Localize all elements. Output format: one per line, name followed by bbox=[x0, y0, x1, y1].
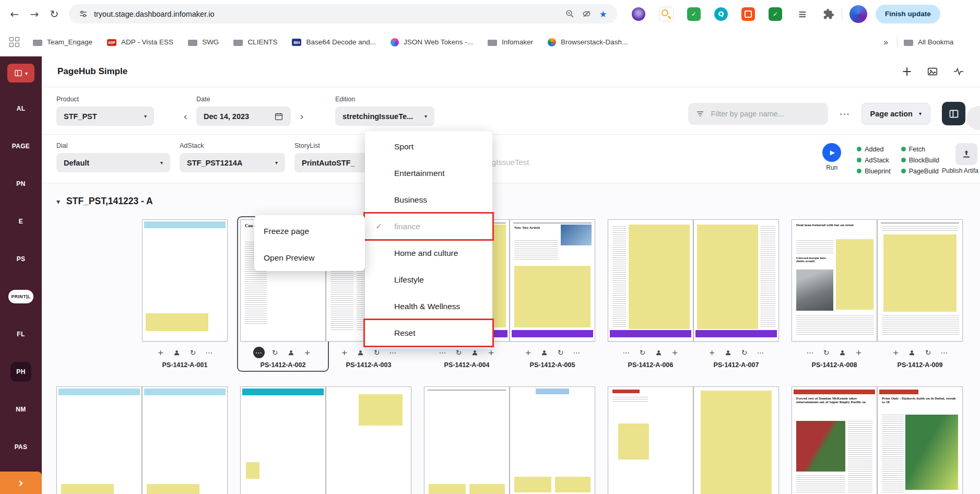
plus-icon[interactable]: + bbox=[302, 347, 313, 358]
page-card[interactable]: +↻⋯PS-1412-A-009 bbox=[877, 219, 963, 369]
plus-icon[interactable]: + bbox=[853, 347, 865, 358]
ext-check[interactable] bbox=[687, 7, 701, 21]
person-icon[interactable] bbox=[653, 347, 665, 358]
bookmark-item[interactable]: JSON Web Tokens -... bbox=[391, 38, 473, 46]
person-icon[interactable] bbox=[906, 347, 918, 358]
page-card[interactable]: Deaf man battered with bat on streetLinw… bbox=[792, 219, 877, 369]
bookmarks-overflow-icon[interactable]: » bbox=[883, 37, 889, 48]
sidebar-item[interactable]: AL bbox=[0, 90, 42, 127]
eye-off-icon[interactable] bbox=[581, 8, 592, 20]
page-thumbnail[interactable]: New Test Article bbox=[510, 219, 595, 342]
page-thumbnail[interactable] bbox=[693, 219, 779, 342]
adstack-select[interactable]: STF_PST1214A ▾ bbox=[180, 153, 285, 172]
image-icon[interactable] bbox=[927, 66, 938, 77]
edition-select[interactable]: stretchingIssueTe... ▾ bbox=[335, 107, 434, 126]
sync-icon[interactable]: ↻ bbox=[269, 347, 281, 358]
sync-icon[interactable]: ↻ bbox=[637, 347, 648, 358]
page-card[interactable]: +↻⋯ bbox=[326, 386, 411, 494]
page-thumbnail[interactable] bbox=[240, 386, 326, 494]
page-thumbnail[interactable]: Deaf man battered with bat on streetLinw… bbox=[792, 219, 877, 342]
context-menu-item[interactable]: Freeze page › bbox=[254, 218, 365, 244]
sync-icon[interactable]: ↻ bbox=[555, 347, 566, 358]
page-filter-input[interactable] bbox=[710, 109, 821, 119]
zoom-icon[interactable] bbox=[564, 8, 575, 20]
submenu-item[interactable]: ✓ Home and culture bbox=[365, 240, 492, 266]
page-card[interactable]: ⋯↻+ bbox=[56, 386, 142, 494]
page-card[interactable]: New Test Article+↻⋯PS-1412-A-005 bbox=[510, 219, 595, 369]
person-icon[interactable] bbox=[539, 347, 550, 358]
profile-avatar[interactable] bbox=[849, 5, 867, 23]
context-menu-item[interactable]: Open Preview › bbox=[254, 244, 365, 271]
plus-icon[interactable]: + bbox=[706, 347, 718, 358]
bookmark-item[interactable]: Browserstack-Dash... bbox=[548, 38, 628, 46]
sidebar-item[interactable]: PAGE bbox=[0, 127, 42, 165]
sync-icon[interactable]: ↻ bbox=[453, 347, 465, 358]
page-card[interactable]: +↻⋯ bbox=[693, 386, 779, 494]
page-thumbnail[interactable] bbox=[142, 386, 228, 494]
page-thumbnail[interactable] bbox=[877, 219, 963, 342]
page-thumbnail[interactable] bbox=[326, 386, 411, 494]
sync-icon[interactable]: ↻ bbox=[821, 347, 832, 358]
sync-icon[interactable]: ↻ bbox=[923, 347, 934, 358]
apps-grid-icon[interactable] bbox=[9, 37, 19, 47]
submenu-item[interactable]: ✓ Business bbox=[365, 186, 492, 213]
page-card[interactable]: Forced rest of Damian McKenzie takes ent… bbox=[792, 386, 877, 494]
sidebar-item[interactable]: PH bbox=[0, 353, 42, 391]
more-icon[interactable]: ⋯ bbox=[755, 347, 766, 358]
page-card[interactable]: ⋯↻+ bbox=[608, 386, 693, 494]
plus-icon[interactable]: + bbox=[486, 347, 497, 358]
back-icon[interactable]: ← bbox=[5, 5, 24, 23]
page-action-button[interactable]: Page action ▾ bbox=[861, 103, 930, 125]
more-icon[interactable]: ⋯ bbox=[437, 347, 448, 358]
ext-search[interactable] bbox=[659, 7, 674, 21]
submenu-item[interactable]: ✓ Health & Wellness bbox=[365, 293, 492, 320]
page-card[interactable]: ⋯↻+ bbox=[240, 386, 326, 494]
sync-icon[interactable]: ↻ bbox=[187, 347, 199, 358]
next-date-icon[interactable]: › bbox=[296, 110, 308, 123]
page-card[interactable]: +↻⋯ bbox=[142, 386, 228, 494]
page-card[interactable]: +↻⋯ bbox=[510, 386, 595, 494]
sidebar-item[interactable]: PS bbox=[0, 240, 42, 278]
sidebar-item[interactable]: PN bbox=[0, 165, 42, 203]
bookmark-item[interactable]: SWG bbox=[188, 38, 219, 46]
product-select[interactable]: STF_PST ▾ bbox=[56, 107, 154, 126]
sync-icon[interactable]: ↻ bbox=[371, 347, 383, 358]
page-card[interactable]: Print Only : Djokovic holds on in Dubai,… bbox=[877, 386, 963, 494]
more-icon[interactable]: ⋯ bbox=[621, 347, 632, 358]
sidebar-item[interactable]: NM bbox=[0, 391, 42, 428]
activity-icon[interactable] bbox=[953, 66, 964, 77]
page-thumbnail[interactable]: Print Only : Djokovic holds on in Dubai,… bbox=[877, 386, 963, 494]
reload-icon[interactable]: ↻ bbox=[45, 5, 64, 23]
page-thumbnail[interactable]: Forced rest of Damian McKenzie takes ent… bbox=[792, 386, 877, 494]
forward-icon[interactable]: → bbox=[25, 5, 44, 23]
ext-q[interactable] bbox=[714, 7, 728, 21]
page-thumbnail[interactable] bbox=[608, 219, 693, 342]
sync-icon[interactable]: ↻ bbox=[739, 347, 750, 358]
more-icon[interactable]: ⋯ bbox=[253, 347, 265, 358]
more-icon[interactable]: ⋯ bbox=[805, 347, 816, 358]
date-picker[interactable]: Dec 14, 2023 bbox=[196, 107, 291, 126]
bookmark-item[interactable]: Infomaker bbox=[488, 38, 533, 46]
submenu-item[interactable]: ✓ Sport bbox=[365, 133, 492, 160]
address-bar[interactable]: tryout.stage.dashboard.infomaker.io ★ bbox=[69, 4, 617, 23]
page-thumbnail[interactable] bbox=[510, 386, 595, 494]
extensions-puzzle-icon[interactable] bbox=[823, 8, 834, 20]
collapse-chevron-icon[interactable]: ▾ bbox=[56, 197, 60, 206]
submenu-item[interactable]: ✓ finance bbox=[365, 213, 492, 240]
publish-artifact-button[interactable] bbox=[955, 143, 977, 165]
more-icon[interactable]: ⋯ bbox=[571, 347, 583, 358]
more-icon[interactable]: ⋯ bbox=[204, 347, 215, 358]
add-icon[interactable]: + bbox=[902, 64, 912, 79]
plus-icon[interactable]: + bbox=[890, 347, 902, 358]
run-button[interactable]: ▶ bbox=[822, 143, 841, 162]
sidebar-expand-button[interactable]: › bbox=[0, 472, 42, 494]
more-icon[interactable]: ⋯ bbox=[387, 347, 399, 358]
bookmark-item[interactable]: ADP - Vista ESS bbox=[107, 38, 173, 46]
more-icon[interactable]: ⋯ bbox=[939, 347, 950, 358]
more-options-icon[interactable]: ⋯ bbox=[840, 108, 850, 120]
page-thumbnail[interactable] bbox=[608, 386, 693, 494]
prev-date-icon[interactable]: ‹ bbox=[179, 110, 192, 123]
page-thumbnail[interactable] bbox=[424, 386, 510, 494]
plus-icon[interactable]: + bbox=[155, 347, 167, 358]
bookmark-star-icon[interactable]: ★ bbox=[597, 8, 609, 20]
